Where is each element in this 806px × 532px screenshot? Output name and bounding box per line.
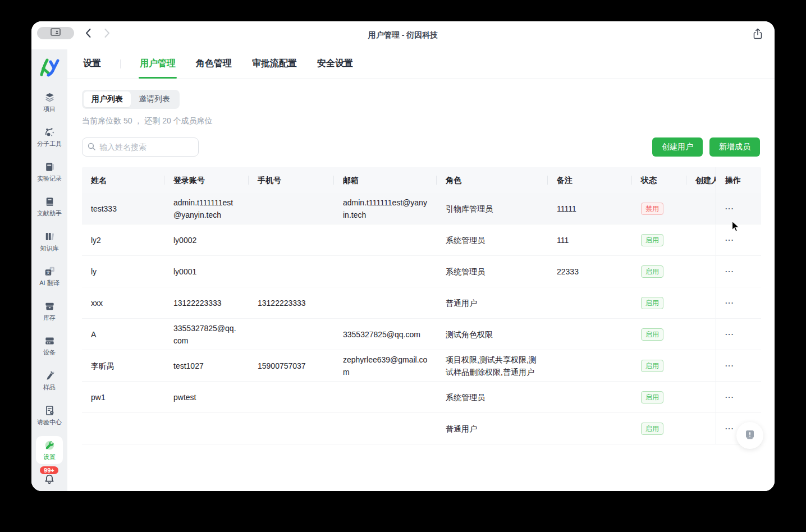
cell-name: ly — [82, 265, 164, 278]
cell-role: 系统管理员 — [437, 265, 548, 278]
status-badge: 启用 — [641, 297, 663, 309]
subtab-用户列表[interactable]: 用户列表 — [84, 91, 131, 107]
cell-status: 启用 — [632, 391, 686, 403]
table-row[interactable]: xxx 13122223333 13122223333 普通用户 启用 ··· — [82, 287, 761, 319]
sidebar-item-settings[interactable]: 设置 — [36, 436, 63, 464]
cell-account: ly0002 — [164, 234, 249, 246]
cell-account: 3355327825@qq.com — [164, 322, 249, 347]
sidebar-item-label: 文献助手 — [37, 209, 62, 218]
cell-account: test1027 — [164, 360, 249, 372]
sidebar-item-label: 实验记录 — [37, 175, 62, 183]
cell-note: 111 — [548, 234, 632, 246]
search-input[interactable] — [82, 137, 199, 157]
column-header: 姓名 — [82, 174, 164, 186]
cell-role: 普通用户 — [437, 297, 548, 309]
create-user-button[interactable]: 创建用户 — [652, 137, 703, 157]
tab-divider — [120, 59, 121, 68]
sidebar-item-equipment[interactable]: 设备 — [34, 335, 65, 357]
device-icon — [44, 335, 56, 347]
cell-role: 项目权限,测试共享权限,测试样品删除权限,普通用户 — [437, 354, 548, 378]
sidebar-item-projects[interactable]: 项目 — [34, 91, 65, 113]
tab-安全设置[interactable]: 安全设置 — [316, 49, 354, 79]
cell-status: 启用 — [632, 328, 686, 341]
sidebar-item-knowledge-base[interactable]: 知识库 — [34, 231, 65, 253]
cell-email: 3355327825@qq.com — [334, 328, 437, 341]
table-row[interactable]: 普通用户 启用 ··· — [82, 413, 761, 444]
translate-icon: A文 — [44, 265, 56, 277]
table-row[interactable]: test333 admin.t111111est@yanyin.tech adm… — [82, 193, 761, 224]
main-area: 设置用户管理角色管理审批流配置安全设置 用户列表邀请列表 当前席位数 50 ， … — [67, 49, 775, 491]
sidebar-item-label: 分子工具 — [37, 140, 62, 148]
tab-用户管理[interactable]: 用户管理 — [139, 49, 177, 79]
row-actions-button[interactable]: ··· — [725, 328, 734, 341]
bell-icon — [43, 478, 56, 487]
cell-account: admin.t111111est@yanyin.tech — [164, 196, 249, 221]
row-actions-button[interactable]: ··· — [725, 203, 734, 215]
sidebar-item-literature-assistant[interactable]: 文献助手 — [34, 196, 65, 218]
sidebar-item-label: 设备 — [43, 348, 56, 357]
row-actions-button[interactable]: ··· — [725, 360, 734, 372]
row-actions-button[interactable]: ··· — [725, 234, 734, 246]
back-button[interactable] — [81, 26, 95, 40]
table-header: 姓名登录账号手机号邮箱角色备注状态创建人操作 — [82, 167, 761, 193]
status-badge: 启用 — [641, 234, 663, 246]
table-row[interactable]: pw1 pwtest 系统管理员 启用 ··· — [82, 382, 761, 413]
cell-status: 禁用 — [632, 202, 686, 215]
status-badge: 启用 — [641, 360, 663, 372]
table-row[interactable]: ly2 ly0002 系统管理员 111 启用 ··· — [82, 224, 761, 256]
add-member-button[interactable]: 新增成员 — [709, 137, 760, 157]
tab-角色管理[interactable]: 角色管理 — [195, 49, 233, 79]
row-actions-button[interactable]: ··· — [725, 391, 734, 403]
titlebar: 用户管理 - 衍因科技 — [31, 21, 775, 49]
cell-note: 11111 — [548, 203, 632, 215]
sidebar-item-experiment-records[interactable]: 实验记录 — [34, 161, 65, 183]
share-button[interactable] — [750, 27, 766, 43]
yanyin-logo-icon[interactable] — [38, 57, 61, 79]
column-header: 状态 — [632, 174, 686, 186]
molecule-icon — [44, 126, 56, 138]
sidebar-item-ai-translate[interactable]: A文 AI 翻译 — [34, 265, 65, 287]
book-icon — [44, 196, 56, 208]
tab-switcher-pill[interactable] — [37, 27, 74, 39]
wrench-icon — [44, 439, 56, 451]
row-actions-button[interactable]: ··· — [725, 297, 734, 309]
cell-role: 普通用户 — [437, 423, 548, 435]
notification-badge: 99+ — [40, 466, 58, 474]
sidebar-item-label: 设置 — [43, 453, 56, 461]
forward-button[interactable] — [100, 26, 115, 40]
sidebar-item-inventory[interactable]: 库存 — [34, 300, 65, 322]
cell-status: 启用 — [632, 359, 686, 372]
row-actions-button[interactable]: ··· — [725, 423, 734, 435]
tab-审批流配置[interactable]: 审批流配置 — [251, 49, 298, 79]
sidebar-item-molecule-tools[interactable]: 分子工具 — [34, 126, 65, 148]
cell-account: 13122223333 — [164, 297, 249, 309]
table-row[interactable]: 李昕禺 test1027 15900757037 zephyrlee639@gm… — [82, 350, 761, 382]
cell-actions: ··· — [716, 224, 761, 255]
cell-name: xxx — [82, 297, 164, 309]
status-badge: 启用 — [641, 391, 663, 403]
qc-icon — [44, 405, 56, 416]
table-row[interactable]: ly ly0001 系统管理员 22333 启用 ··· — [82, 256, 761, 287]
row-actions-button[interactable]: ··· — [725, 265, 734, 278]
table-row[interactable]: A 3355327825@qq.com 3355327825@qq.com 测试… — [82, 319, 761, 350]
inventory-icon — [44, 300, 56, 312]
cell-name: pw1 — [82, 391, 164, 403]
cell-account: ly0001 — [164, 265, 249, 278]
cell-status: 启用 — [632, 265, 686, 278]
sidebar-item-samples[interactable]: 样品 — [34, 370, 65, 392]
notifications-button[interactable]: 99+ — [43, 473, 56, 488]
layers-icon — [44, 91, 56, 103]
sidebar-item-inspection-center[interactable]: 请验中心 — [34, 405, 65, 426]
tab-label: 安全设置 — [317, 58, 353, 70]
sidebar-item-label: 项目 — [43, 105, 56, 113]
subtab-邀请列表[interactable]: 邀请列表 — [131, 91, 178, 107]
screen: 用户管理 - 衍因科技 项目 分子工具 — [0, 0, 806, 532]
user-guide-button[interactable] — [736, 422, 763, 449]
share-icon — [753, 28, 763, 42]
tab-settings[interactable]: 设置 — [82, 49, 102, 79]
cell-phone: 15900757037 — [249, 360, 334, 372]
status-badge: 启用 — [641, 423, 663, 435]
column-header: 操作 — [716, 167, 761, 193]
library-icon — [44, 231, 56, 242]
cell-email: zephyrlee639@gmail.com — [334, 354, 437, 378]
